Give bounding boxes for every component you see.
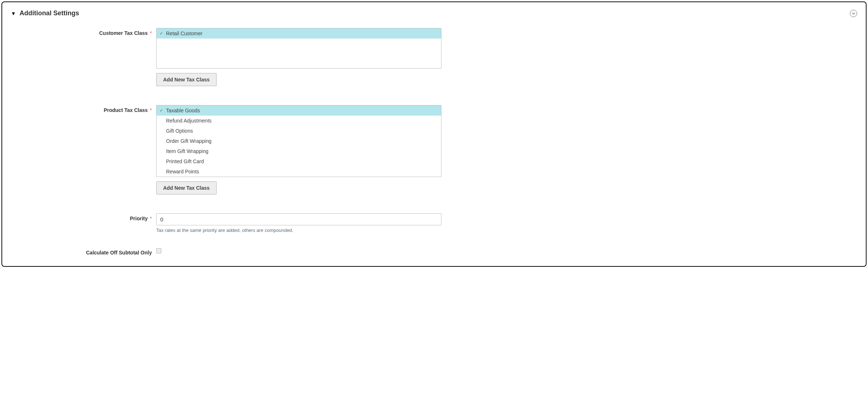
- panel-toggle[interactable]: ▼ Additional Settings: [11, 9, 79, 17]
- listbox-item[interactable]: Order Gift Wrapping: [157, 136, 441, 146]
- priority-row: Priority* Tax rates at the same priority…: [11, 213, 857, 233]
- panel-header: ▼ Additional Settings: [11, 9, 857, 17]
- listbox-item-label: Reward Points: [166, 169, 199, 174]
- listbox-item[interactable]: Item Gift Wrapping: [157, 146, 441, 156]
- listbox-item[interactable]: Printed Gift Card: [157, 156, 441, 166]
- priority-note: Tax rates at the same priority are added…: [156, 225, 441, 233]
- panel-title: Additional Settings: [20, 9, 79, 17]
- listbox-item-label: Gift Options: [166, 128, 193, 134]
- priority-input[interactable]: [156, 213, 441, 225]
- calculate-off-subtotal-label: Calculate Off Subtotal Only: [11, 248, 156, 256]
- scope-indicator-icon[interactable]: [850, 10, 857, 17]
- product-tax-class-label: Product Tax Class*: [11, 105, 156, 113]
- additional-settings-panel: ▼ Additional Settings Customer Tax Class…: [1, 1, 867, 267]
- customer-tax-class-listbox[interactable]: ✓ Retail Customer: [156, 28, 441, 69]
- listbox-item-label: Taxable Goods: [166, 108, 200, 113]
- listbox-item[interactable]: Gift Options: [157, 126, 441, 136]
- required-mark: *: [150, 216, 152, 221]
- listbox-item[interactable]: ✓ Taxable Goods: [157, 105, 441, 116]
- listbox-item-label: Order Gift Wrapping: [166, 138, 211, 144]
- listbox-item-label: Printed Gift Card: [166, 158, 204, 164]
- customer-tax-class-label: Customer Tax Class*: [11, 28, 156, 36]
- check-icon: ✓: [160, 108, 163, 113]
- listbox-item-label: Retail Customer: [166, 31, 202, 36]
- calculate-off-subtotal-row: Calculate Off Subtotal Only: [11, 248, 857, 256]
- collapse-arrow-icon: ▼: [11, 11, 16, 16]
- listbox-item[interactable]: Reward Points: [157, 166, 441, 177]
- check-icon: ✓: [160, 31, 163, 36]
- required-mark: *: [150, 107, 152, 113]
- priority-label: Priority*: [11, 213, 156, 221]
- product-tax-class-listbox[interactable]: ✓ Taxable Goods Refund Adjustments Gift …: [156, 105, 441, 177]
- product-tax-class-row: Product Tax Class* ✓ Taxable Goods Refun…: [11, 105, 857, 194]
- add-customer-tax-class-button[interactable]: Add New Tax Class: [156, 73, 217, 86]
- listbox-item-label: Refund Adjustments: [166, 118, 211, 124]
- listbox-item-label: Item Gift Wrapping: [166, 148, 208, 154]
- required-mark: *: [150, 30, 152, 36]
- listbox-item[interactable]: Refund Adjustments: [157, 116, 441, 126]
- customer-tax-class-row: Customer Tax Class* ✓ Retail Customer Ad…: [11, 28, 857, 86]
- listbox-item[interactable]: ✓ Retail Customer: [157, 28, 441, 39]
- add-product-tax-class-button[interactable]: Add New Tax Class: [156, 181, 217, 194]
- calculate-off-subtotal-checkbox[interactable]: [156, 248, 161, 253]
